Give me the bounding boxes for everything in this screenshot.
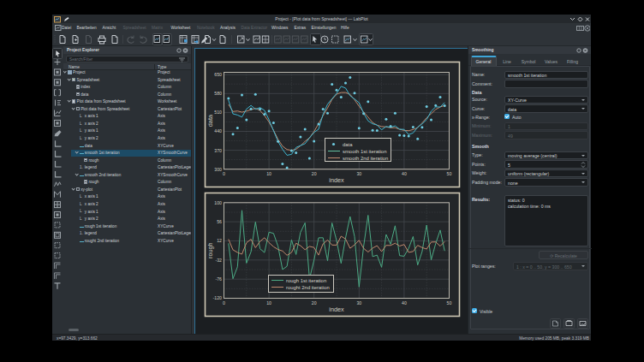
svg-text:650: 650	[214, 72, 222, 77]
svg-text:20: 20	[312, 171, 317, 176]
svg-text:10: 10	[266, 300, 271, 306]
svg-text:index: index	[329, 176, 344, 184]
svg-text:0: 0	[223, 300, 225, 306]
svg-text:-32: -32	[216, 258, 223, 263]
svg-text:50: 50	[447, 300, 452, 306]
svg-text:index: index	[329, 306, 344, 313]
svg-text:50: 50	[447, 171, 452, 176]
svg-text:10: 10	[266, 171, 271, 176]
svg-text:580: 580	[214, 91, 222, 96]
svg-text:30: 30	[356, 300, 361, 306]
svg-text:12: 12	[217, 238, 222, 243]
svg-text:370: 370	[214, 148, 222, 153]
svg-text:smooth 2nd iteration: smooth 2nd iteration	[343, 156, 388, 161]
svg-text:smooth 1st iteration: smooth 1st iteration	[343, 149, 386, 154]
svg-text:440: 440	[214, 128, 222, 134]
svg-text:510: 510	[214, 110, 222, 115]
svg-text:300: 300	[214, 167, 222, 172]
svg-text:20: 20	[312, 300, 317, 306]
svg-text:rought 2nd iteration: rought 2nd iteration	[286, 285, 330, 290]
svg-text:40: 40	[402, 300, 407, 306]
svg-text:data: data	[207, 114, 215, 127]
svg-text:data: data	[343, 142, 353, 147]
svg-text:rough: rough	[207, 242, 215, 258]
svg-text:100: 100	[214, 200, 222, 205]
svg-text:-76: -76	[216, 276, 223, 282]
svg-text:40: 40	[402, 171, 407, 176]
svg-text:56: 56	[217, 219, 222, 224]
svg-text:30: 30	[356, 171, 361, 176]
svg-text:rough 1st iteration: rough 1st iteration	[286, 278, 326, 283]
svg-text:-120: -120	[213, 295, 222, 300]
svg-text:0: 0	[223, 171, 225, 176]
